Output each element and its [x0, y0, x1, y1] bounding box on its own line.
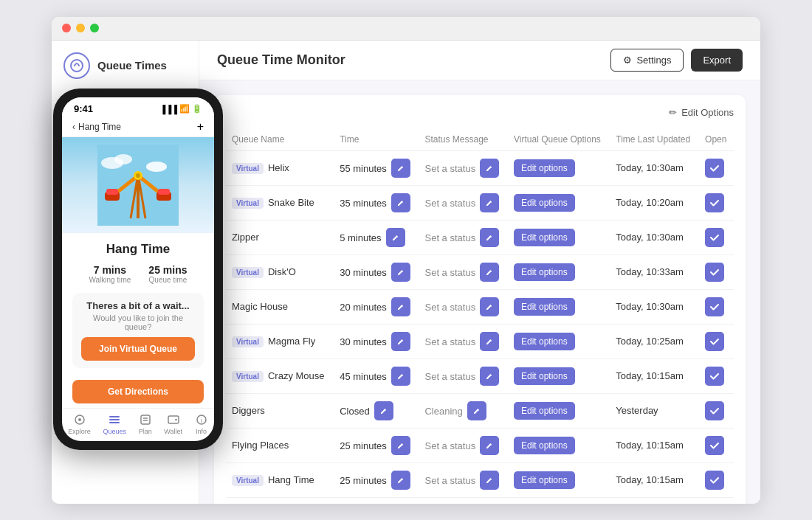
nav-explore[interactable]: Explore: [68, 413, 91, 435]
col-open: Open: [699, 128, 734, 151]
edit-options-header-button[interactable]: ✏ Edit Options: [669, 107, 734, 118]
edit-status-button[interactable]: [467, 401, 486, 420]
edit-status-button[interactable]: [480, 193, 499, 212]
svg-rect-37: [106, 189, 118, 195]
queue-time-stat: 25 mins Queue time: [148, 264, 187, 284]
svg-rect-44: [109, 416, 120, 417]
edit-options-button[interactable]: Edit options: [514, 298, 575, 316]
close-dot[interactable]: [62, 24, 71, 32]
updated-text: Today, 10:15am: [616, 370, 684, 381]
edit-options-button[interactable]: Edit options: [514, 159, 575, 177]
queue-time-label: Queue time: [148, 276, 187, 284]
table-header-row: ✏ Edit Options: [226, 107, 734, 118]
queue-time-value: 25 mins: [148, 264, 187, 276]
cell-queue-name: Diggers: [226, 393, 334, 428]
edit-status-button[interactable]: [480, 471, 499, 490]
edit-options-button[interactable]: Edit options: [514, 402, 575, 420]
export-button[interactable]: Export: [691, 49, 743, 72]
logo-text: Queue Times: [97, 59, 167, 72]
edit-options-button[interactable]: Edit options: [514, 229, 575, 246]
edit-options-button[interactable]: Edit options: [514, 471, 575, 489]
edit-status-button[interactable]: [480, 263, 499, 282]
edit-status-button[interactable]: [480, 367, 499, 386]
cell-queue-name: Magic House: [226, 289, 334, 324]
nav-plan[interactable]: Plan: [139, 413, 152, 435]
edit-options-button[interactable]: Edit options: [514, 194, 575, 212]
nav-info[interactable]: i Info: [195, 413, 208, 435]
cell-status: Set a status: [419, 150, 508, 185]
edit-time-button[interactable]: [391, 263, 410, 282]
updated-text: Today, 10:30am: [616, 162, 684, 173]
walking-time-label: Walking time: [89, 276, 131, 284]
col-time: Time: [334, 128, 419, 151]
top-bar: Queue Time Monitor ⚙ Settings Export: [199, 41, 760, 80]
edit-options-button[interactable]: Edit options: [514, 367, 575, 385]
edit-time-button[interactable]: [391, 436, 410, 455]
cell-virtual-options: Edit options: [508, 254, 610, 289]
cell-updated: Yesterday: [610, 393, 699, 428]
open-checkbox[interactable]: [705, 401, 724, 420]
open-checkbox[interactable]: [705, 367, 724, 386]
add-icon[interactable]: +: [197, 120, 204, 134]
edit-time-button[interactable]: [391, 297, 410, 316]
edit-options-button[interactable]: Edit options: [514, 333, 575, 350]
cell-time: 45 minutes: [334, 358, 419, 393]
open-checkbox[interactable]: [705, 228, 724, 247]
edit-status-button[interactable]: [480, 159, 499, 178]
open-checkbox[interactable]: [705, 193, 724, 212]
edit-status-button[interactable]: [480, 436, 499, 455]
cell-status: Set a status: [419, 324, 508, 358]
nav-wallet[interactable]: Wallet: [164, 413, 182, 435]
open-checkbox[interactable]: [705, 263, 724, 282]
cell-updated: Today, 10:30am: [610, 289, 699, 324]
open-checkbox[interactable]: [705, 471, 724, 490]
edit-time-button[interactable]: [391, 471, 410, 490]
edit-status-button[interactable]: [480, 297, 499, 316]
status-icons: ▐▐▐ 📶 🔋: [160, 104, 202, 114]
wallet-icon: [167, 413, 180, 426]
cell-queue-name: VirtualDisk'O: [226, 254, 334, 289]
cell-updated: Today, 10:15am: [610, 462, 699, 497]
edit-status-button[interactable]: [480, 332, 499, 351]
cell-queue-name: VirtualHang Time: [226, 462, 334, 497]
cell-open: [699, 428, 734, 462]
nav-queues[interactable]: Queues: [103, 413, 126, 435]
edit-time-button[interactable]: [391, 159, 410, 178]
edit-time-button[interactable]: [386, 228, 405, 247]
edit-time-button[interactable]: [391, 332, 410, 351]
battery-icon: 🔋: [192, 104, 202, 114]
open-checkbox[interactable]: [705, 159, 724, 178]
page-title: Queue Time Monitor: [217, 52, 345, 68]
queue-name-text: Magma Fly: [268, 336, 315, 347]
edit-status-button[interactable]: [480, 228, 499, 247]
settings-button[interactable]: ⚙ Settings: [610, 49, 684, 72]
phone-nav-bar: ‹ Hang Time +: [62, 117, 214, 137]
cell-virtual-options: Edit options: [508, 358, 610, 393]
edit-options-button[interactable]: Edit options: [514, 437, 575, 454]
cell-open: [699, 462, 734, 497]
edit-time-button[interactable]: [374, 401, 393, 420]
minimize-dot[interactable]: [76, 24, 85, 32]
open-checkbox[interactable]: [705, 436, 724, 455]
maximize-dot[interactable]: [90, 24, 99, 32]
back-button[interactable]: ‹ Hang Time: [72, 122, 121, 132]
status-text: Set a status: [424, 475, 475, 486]
queue-name-text: Crazy Mouse: [268, 370, 325, 381]
info-icon: i: [195, 413, 208, 426]
explore-icon: [73, 413, 86, 426]
edit-time-button[interactable]: [391, 367, 410, 386]
col-status: Status Message: [419, 128, 508, 151]
browser-title-bar: [52, 17, 760, 41]
get-directions-button[interactable]: Get Directions: [72, 380, 204, 403]
phone-content: Hang Time 7 mins Walking time 25 mins Qu…: [62, 233, 214, 408]
phone-status-bar: 9:41 ▐▐▐ 📶 🔋: [62, 97, 214, 117]
edit-time-button[interactable]: [391, 193, 410, 212]
phone-hero-image: [62, 137, 214, 233]
cell-status: Set a status: [419, 220, 508, 254]
join-virtual-queue-button[interactable]: Join Virtual Queue: [81, 337, 195, 361]
open-checkbox[interactable]: [705, 297, 724, 316]
edit-options-button[interactable]: Edit options: [514, 263, 575, 281]
cell-queue-name: VirtualSnake Bite: [226, 185, 334, 220]
cell-virtual-options: Edit options: [508, 393, 610, 428]
open-checkbox[interactable]: [705, 332, 724, 351]
